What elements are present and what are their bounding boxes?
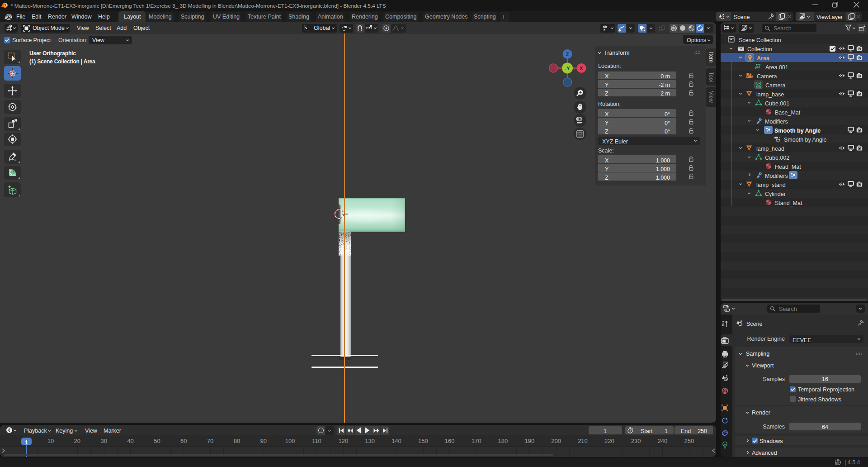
svg-text:X: X [580,66,583,71]
svg-text:-Y: -Y [565,66,571,71]
svg-text:Z: Z [566,52,569,57]
